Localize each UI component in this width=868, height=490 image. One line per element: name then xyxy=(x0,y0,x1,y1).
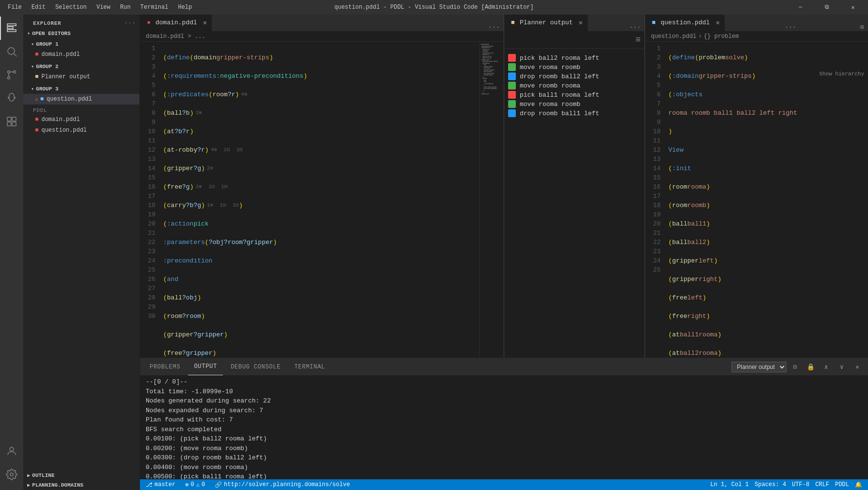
plan-dot-7 xyxy=(508,109,516,117)
activity-extensions[interactable] xyxy=(0,110,23,133)
question-tab-more[interactable]: ··· xyxy=(781,24,800,31)
open-editors-header[interactable]: ▾ OPEN EDITORS xyxy=(23,29,139,38)
plan-text-6: move rooma roomb xyxy=(520,101,580,108)
status-url-text: http://solver.planning.domains/solve xyxy=(224,481,350,488)
menu-run[interactable]: Run xyxy=(116,3,135,12)
sidebar-pddl-question[interactable]: ■ question.pddl xyxy=(23,125,139,136)
output-line-3: Nodes generated during search: 22 xyxy=(146,396,862,406)
group3-header[interactable]: ▾ GROUP 3 xyxy=(23,84,139,94)
close-panel-icon[interactable]: ✕ xyxy=(851,360,864,374)
svg-line-1 xyxy=(14,54,17,57)
menu-view[interactable]: View xyxy=(92,3,114,12)
domain-tab-close[interactable]: ✕ xyxy=(203,18,207,27)
activity-search[interactable] xyxy=(0,40,23,63)
menu-file[interactable]: File xyxy=(4,3,26,12)
group2-chevron: ▾ xyxy=(31,64,34,70)
show-hierarchy-text[interactable]: Show hierarchy xyxy=(819,71,864,77)
status-position[interactable]: Ln 1, Col 1 xyxy=(708,481,750,488)
clear-output-icon[interactable]: ⊟ xyxy=(788,360,802,374)
group1-header[interactable]: ▾ GROUP 1 xyxy=(23,39,139,49)
status-encoding[interactable]: UTF-8 xyxy=(790,481,811,488)
error-count: 0 xyxy=(190,481,194,488)
domain-tab-more[interactable]: ··· xyxy=(485,24,504,31)
pddl-question-icon: ■ xyxy=(35,127,38,134)
planner-tab[interactable]: ■ Planner output ✕ xyxy=(504,15,588,31)
plan-dot-2 xyxy=(508,63,516,71)
tab-output[interactable]: OUTPUT xyxy=(188,358,223,375)
question-tab-close[interactable]: ✕ xyxy=(715,18,719,27)
minimize-button[interactable]: ─ xyxy=(789,0,812,15)
domain-tab-label: domain.pddl xyxy=(155,19,197,26)
status-errors[interactable]: ⊗ 0 ⚠ 0 xyxy=(183,481,207,489)
sidebar-item-domain-1[interactable]: ■ domain.pddl xyxy=(23,49,139,60)
output-line-4: Nodes expanded during search: 7 xyxy=(146,406,862,416)
status-notifications[interactable]: 🔔 xyxy=(853,481,864,489)
activity-git[interactable] xyxy=(0,63,23,87)
restore-button[interactable]: ⧉ xyxy=(816,0,838,15)
sidebar-item-planner[interactable]: ■ Planner output xyxy=(23,71,139,82)
plan-text-3: drop roomb ball2 left xyxy=(520,73,599,80)
planner-hamburger-icon[interactable]: ≡ xyxy=(635,35,641,45)
question-tab[interactable]: ■ question.pddl ✕ xyxy=(645,15,725,31)
question-breadcrumb-sep: › xyxy=(698,33,702,40)
planner-tab-more[interactable]: ··· xyxy=(626,24,645,31)
sidebar-more[interactable]: ··· xyxy=(124,19,136,27)
output-line-7: 0.00100: (pick ball2 rooma left) xyxy=(146,434,862,444)
chevron-up-icon[interactable]: ∧ xyxy=(819,360,833,374)
activity-debug[interactable] xyxy=(0,87,23,110)
activity-settings[interactable] xyxy=(0,463,23,486)
status-spaces[interactable]: Spaces: 4 xyxy=(753,481,788,488)
sidebar-open-editors: ▾ OPEN EDITORS ▾ GROUP 1 ■ domain.pddl ▾… xyxy=(23,29,139,105)
planning-domains-header[interactable]: ▶ PLANNING.DOMAINS xyxy=(23,480,139,490)
planner-output-select[interactable]: Planner output xyxy=(732,362,786,372)
error-icon: ⊗ xyxy=(185,481,188,489)
output-line-11: 0.00500: (pick ball1 rooma left) xyxy=(146,472,862,479)
planner-tab-close[interactable]: ✕ xyxy=(579,18,582,27)
status-eol[interactable]: CRLF xyxy=(813,481,831,488)
tab-terminal[interactable]: TERMINAL xyxy=(289,358,331,375)
close-button[interactable]: ✕ xyxy=(842,0,864,15)
group2-header[interactable]: ▾ GROUP 2 xyxy=(23,62,139,71)
status-url[interactable]: 🔗 http://solver.planning.domains/solve xyxy=(213,481,352,489)
hierarchy-icons: Show hierarchy xyxy=(819,71,864,77)
link-icon: 🔗 xyxy=(215,481,222,489)
group2-label: GROUP 2 xyxy=(36,64,58,70)
plan-dot-3 xyxy=(508,72,516,80)
domain-tab[interactable]: ■ domain.pddl ✕ xyxy=(140,15,212,31)
question-pane-tabs: ■ question.pddl ✕ ··· ⊞ xyxy=(645,15,868,32)
sidebar-item-question[interactable]: ✕ ■ question.pddl xyxy=(23,94,139,105)
menu-selection[interactable]: Selection xyxy=(51,3,91,12)
svg-rect-5 xyxy=(7,117,11,121)
activity-explorer[interactable] xyxy=(0,17,23,40)
question-filename: question.pddl xyxy=(47,96,92,103)
svg-point-0 xyxy=(8,48,15,54)
outline-header[interactable]: ▶ OUTLINE xyxy=(23,471,139,480)
svg-rect-6 xyxy=(12,117,16,121)
titlebar-menu[interactable]: File Edit Selection View Run Terminal He… xyxy=(4,3,196,12)
pddl-section-label: PDDL xyxy=(23,105,139,114)
status-git[interactable]: ⎇ master xyxy=(144,481,177,489)
activity-account[interactable] xyxy=(0,439,23,463)
menu-help[interactable]: Help xyxy=(174,3,196,12)
svg-point-4 xyxy=(8,77,10,79)
menu-edit[interactable]: Edit xyxy=(28,3,50,12)
titlebar-controls[interactable]: ─ ⧉ ✕ xyxy=(789,0,864,15)
question-code-editor[interactable]: 123 456 789 101112 131415 161718 192021 … xyxy=(645,42,868,358)
tab-problems[interactable]: PROBLEMS xyxy=(144,358,186,375)
tab-debug-console[interactable]: DEBUG CONSOLE xyxy=(225,358,287,375)
plan-text-5: pick ball1 rooma left xyxy=(520,91,599,99)
plan-dot-6 xyxy=(508,100,516,108)
menu-terminal[interactable]: Terminal xyxy=(136,3,172,12)
planner-file-icon: ■ xyxy=(35,73,38,80)
domain-code-editor[interactable]: 123 456 789 101112 131415 161718 192021 … xyxy=(140,42,504,358)
sidebar-pddl-domain[interactable]: ■ domain.pddl xyxy=(23,114,139,125)
warning-count: 0 xyxy=(202,481,205,488)
pddl-domain-name: domain.pddl xyxy=(41,116,80,123)
status-language[interactable]: PDDL xyxy=(833,481,851,488)
lock-output-icon[interactable]: 🔒 xyxy=(804,360,817,374)
split-editor-icon[interactable]: ⊞ xyxy=(858,23,866,31)
planner-filename: Planner output xyxy=(41,73,90,80)
plan-step-4: move roomb rooma xyxy=(508,82,641,89)
question-tab-icon: ■ xyxy=(650,19,658,27)
chevron-down-icon[interactable]: ∨ xyxy=(835,360,849,374)
